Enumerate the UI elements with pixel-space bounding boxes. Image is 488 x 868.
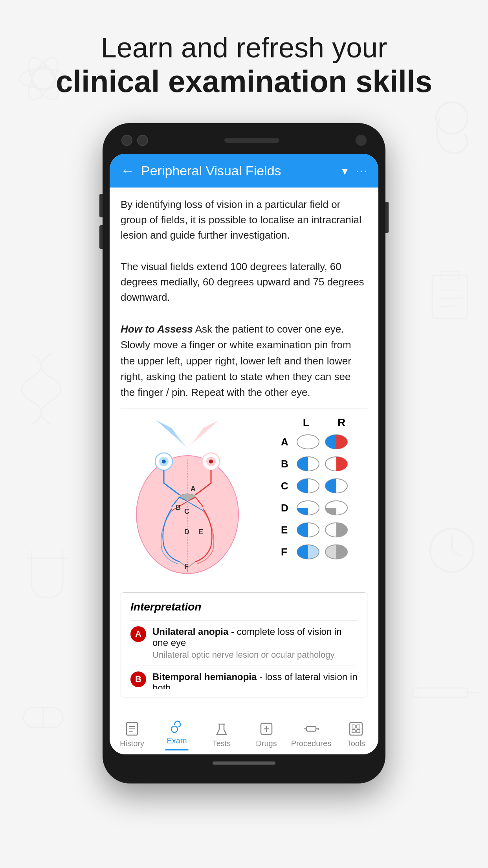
svg-rect-50 [325, 479, 336, 493]
svg-point-75 [171, 726, 178, 732]
nav-item-exam[interactable]: Exam [154, 718, 199, 750]
nav-label-exam: Exam [167, 736, 187, 745]
svg-rect-85 [352, 725, 355, 728]
nav-label-procedures: Procedures [291, 739, 331, 748]
svg-rect-44 [336, 457, 347, 471]
nav-item-drugs[interactable]: Drugs [244, 721, 289, 748]
svg-rect-62 [336, 523, 347, 537]
nav-label-drugs: Drugs [256, 739, 277, 748]
svg-rect-84 [350, 723, 362, 735]
legend-row-F: F [281, 544, 367, 560]
paragraph-1: By identifying loss of vision in a parti… [121, 197, 367, 251]
legend-eye-A-R [324, 434, 349, 450]
phone-shell: ← Peripheral Visual Fields ▾ ⋯ By identi… [103, 123, 385, 783]
legend-eye-E-R [324, 522, 349, 538]
svg-rect-66 [308, 545, 319, 559]
interp-text-A: Unilateral anopia - complete loss of vis… [152, 626, 358, 660]
legend-header: L R [281, 416, 367, 429]
back-button[interactable]: ← [121, 162, 135, 179]
legend-eye-F-R [324, 544, 349, 560]
legend-L-label: L [303, 416, 310, 429]
brain-diagram: A B C D E F [121, 416, 273, 583]
svg-rect-88 [357, 730, 360, 733]
front-camera [356, 135, 367, 146]
interp-row-A: A Unilateral anopia - complete loss of v… [130, 620, 358, 666]
legend-row-B: B [281, 456, 367, 472]
nav-item-tools[interactable]: Tools [334, 721, 378, 748]
interp-letter-B: B [130, 671, 146, 687]
svg-rect-9 [432, 275, 468, 318]
camera-lens-1 [121, 135, 132, 146]
power-button [385, 202, 389, 233]
svg-rect-7 [413, 688, 468, 697]
tests-icon [214, 721, 229, 737]
svg-rect-65 [297, 545, 308, 559]
legend-eye-B-L [296, 456, 320, 472]
nav-item-tests[interactable]: Tests [199, 721, 244, 748]
interpretation-title: Interpretation [130, 601, 358, 613]
interp-text-B: Bitemporal hemianopia - loss of lateral … [152, 671, 358, 689]
headline-bold: clinical examination skills [56, 64, 432, 99]
nav-label-tests: Tests [213, 739, 231, 748]
svg-point-14 [430, 529, 473, 572]
svg-text:A: A [191, 485, 196, 493]
svg-point-22 [162, 460, 166, 463]
nav-label-history: History [120, 739, 144, 748]
svg-rect-86 [357, 725, 360, 728]
svg-rect-38 [336, 435, 347, 449]
legend-row-C: C [281, 478, 367, 494]
svg-point-25 [209, 460, 213, 463]
svg-point-0 [31, 67, 55, 90]
how-to-assess: How to Assess Ask the patient to cover o… [121, 321, 367, 408]
legend-row-A: A [281, 434, 367, 450]
svg-rect-69 [325, 545, 336, 559]
svg-rect-47 [297, 479, 308, 493]
content-area: By identifying loss of vision in a parti… [110, 188, 378, 711]
svg-point-26 [180, 494, 195, 500]
svg-point-4 [436, 102, 468, 134]
headline-light: Learn and refresh your [56, 31, 432, 64]
svg-rect-10 [440, 271, 460, 279]
paragraph-2: The visual fields extend 100 degrees lat… [121, 259, 367, 313]
legend-eye-D-R [324, 500, 349, 516]
vol-down-button [99, 225, 103, 249]
svg-line-16 [452, 550, 462, 556]
app-header-right: ▾ ⋯ [342, 164, 367, 178]
legend-eye-A-L [296, 434, 320, 450]
nav-label-tools: Tools [347, 739, 365, 748]
nav-item-history[interactable]: History [110, 721, 154, 748]
svg-rect-37 [325, 435, 336, 449]
svg-text:B: B [176, 504, 181, 511]
svg-rect-41 [297, 457, 308, 471]
app-header-left: ← Peripheral Visual Fields [121, 162, 281, 179]
diagram-section: A B C D E F L R [121, 416, 367, 583]
svg-rect-53 [297, 508, 308, 515]
camera-lens-2 [137, 135, 148, 146]
interp-name-A: Unilateral anopia - complete loss of vis… [152, 626, 358, 648]
interpretation-box: Interpretation A Unilateral anopia - com… [121, 592, 367, 697]
bottom-nav: History Exam Tests [110, 711, 378, 754]
camera-group [121, 135, 148, 146]
tools-icon [348, 721, 364, 737]
exam-icon [169, 718, 185, 734]
phone-notch [110, 135, 378, 154]
nav-item-procedures[interactable]: Procedures [289, 721, 334, 748]
headline: Learn and refresh your clinical examinat… [56, 31, 432, 99]
nav-active-bar-exam [165, 749, 189, 750]
svg-rect-87 [352, 730, 355, 733]
legend-eye-C-L [296, 478, 320, 494]
app-title: Peripheral Visual Fields [141, 163, 281, 178]
interp-row-B: B Bitemporal hemianopia - loss of latera… [130, 666, 358, 689]
svg-rect-70 [336, 545, 347, 559]
more-options-icon[interactable]: ⋯ [356, 164, 367, 178]
svg-text:C: C [184, 508, 189, 515]
legend-eye-C-R [324, 478, 349, 494]
visual-fields-legend: L R A [281, 416, 367, 566]
legend-eye-D-L [296, 500, 320, 516]
how-to-label: How to Assess [121, 323, 193, 335]
svg-point-34 [297, 435, 319, 449]
speaker [224, 138, 279, 143]
svg-text:D: D [184, 528, 189, 536]
legend-eye-B-R [324, 456, 349, 472]
dropdown-icon[interactable]: ▾ [342, 164, 348, 178]
